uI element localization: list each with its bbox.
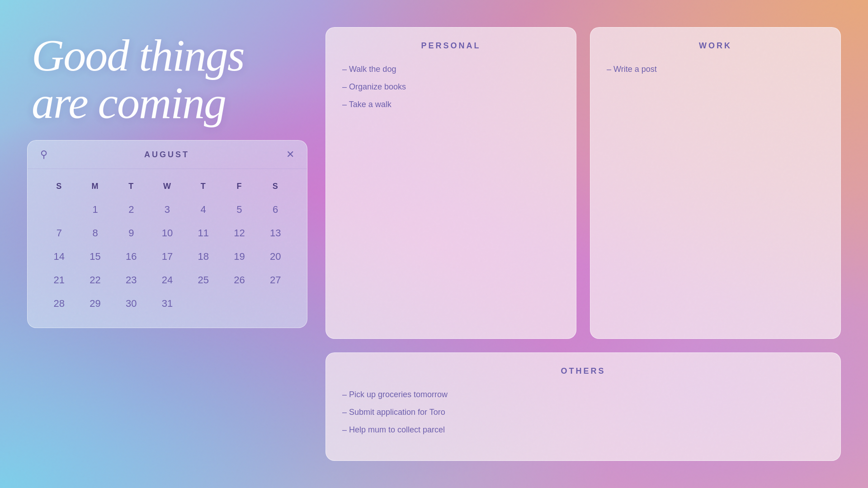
cal-date-19[interactable]: 19	[222, 246, 258, 267]
cal-date-1[interactable]: 1	[77, 199, 113, 220]
cal-empty-3	[222, 293, 258, 314]
cal-date-2[interactable]: 2	[113, 199, 149, 220]
hero-line2: are coming	[32, 79, 307, 127]
top-cards: PERSONAL – Walk the dog – Organize books…	[326, 27, 841, 339]
close-icon[interactable]: ✕	[286, 149, 294, 160]
right-panel: PERSONAL – Walk the dog – Organize books…	[326, 27, 841, 461]
work-item-1: – Write a post	[607, 63, 824, 75]
others-card: OTHERS – Pick up groceries tomorrow – Su…	[326, 352, 841, 461]
calendar-header: ⚲ AUGUST ✕	[28, 141, 307, 169]
personal-item-1: – Walk the dog	[342, 63, 560, 75]
day-header-m: M	[77, 178, 113, 195]
left-panel: Good things are coming ⚲ AUGUST ✕ S M T …	[27, 27, 307, 461]
day-header-t1: T	[113, 178, 149, 195]
day-header-t2: T	[185, 178, 222, 195]
cal-date-30[interactable]: 30	[113, 293, 149, 314]
cal-date-6[interactable]: 6	[257, 199, 293, 220]
cal-date-13[interactable]: 13	[257, 223, 293, 244]
cal-date-3[interactable]: 3	[149, 199, 185, 220]
day-header-s2: S	[257, 178, 293, 195]
hero-title: Good things are coming	[27, 27, 307, 127]
cal-date-22[interactable]: 22	[77, 270, 113, 291]
cal-date-17[interactable]: 17	[149, 246, 185, 267]
cal-date-18[interactable]: 18	[185, 246, 222, 267]
work-card-title: WORK	[607, 41, 824, 51]
cal-date-27[interactable]: 27	[257, 270, 293, 291]
cal-date-12[interactable]: 12	[222, 223, 258, 244]
calendar-day-headers: S M T W T F S	[41, 178, 293, 195]
work-card: WORK – Write a post	[590, 27, 841, 339]
cal-empty-2	[185, 293, 222, 314]
search-icon[interactable]: ⚲	[40, 149, 47, 160]
personal-item-3: – Take a walk	[342, 99, 560, 111]
cal-date-29[interactable]: 29	[77, 293, 113, 314]
cal-date-23[interactable]: 23	[113, 270, 149, 291]
cal-date-24[interactable]: 24	[149, 270, 185, 291]
cal-date-9[interactable]: 9	[113, 223, 149, 244]
cal-date-28[interactable]: 28	[41, 293, 77, 314]
hero-line1: Good things	[32, 32, 307, 79]
personal-card: PERSONAL – Walk the dog – Organize books…	[326, 27, 576, 339]
others-item-3: – Help mum to collect parcel	[342, 424, 824, 436]
cal-date-8[interactable]: 8	[77, 223, 113, 244]
cal-empty-4	[257, 293, 293, 314]
cal-date-21[interactable]: 21	[41, 270, 77, 291]
calendar-dates: 1 2 3 4 5 6 7 8 9 10 11 12 13 14 15	[41, 199, 293, 314]
cal-date-20[interactable]: 20	[257, 246, 293, 267]
cal-date-14[interactable]: 14	[41, 246, 77, 267]
cal-empty	[41, 199, 77, 220]
calendar-widget: ⚲ AUGUST ✕ S M T W T F S 1 2	[27, 140, 307, 328]
others-card-title: OTHERS	[342, 366, 824, 376]
cal-date-26[interactable]: 26	[222, 270, 258, 291]
calendar-grid: S M T W T F S 1 2 3 4 5 6	[28, 169, 307, 328]
cal-date-7[interactable]: 7	[41, 223, 77, 244]
day-header-s1: S	[41, 178, 77, 195]
cal-date-4[interactable]: 4	[185, 199, 222, 220]
cal-date-5[interactable]: 5	[222, 199, 258, 220]
cal-date-10[interactable]: 10	[149, 223, 185, 244]
cal-date-11[interactable]: 11	[185, 223, 222, 244]
others-item-1: – Pick up groceries tomorrow	[342, 389, 824, 401]
day-header-w: W	[149, 178, 185, 195]
day-header-f: F	[222, 178, 258, 195]
cal-date-31[interactable]: 31	[149, 293, 185, 314]
page-wrapper: Good things are coming ⚲ AUGUST ✕ S M T …	[0, 0, 868, 488]
personal-item-2: – Organize books	[342, 81, 560, 93]
cal-date-15[interactable]: 15	[77, 246, 113, 267]
personal-card-title: PERSONAL	[342, 41, 560, 51]
others-item-2: – Submit application for Toro	[342, 406, 824, 418]
calendar-month-label: AUGUST	[144, 150, 189, 160]
cal-date-16[interactable]: 16	[113, 246, 149, 267]
cal-date-25[interactable]: 25	[185, 270, 222, 291]
